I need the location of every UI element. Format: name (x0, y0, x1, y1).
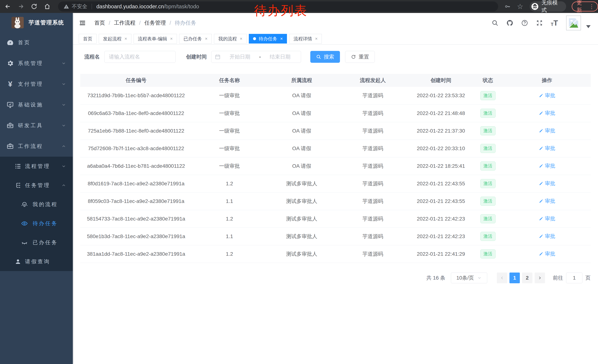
incognito-icon (531, 2, 539, 11)
avatar[interactable] (566, 16, 581, 30)
flow-icon (14, 182, 22, 189)
font-size-icon[interactable] (551, 19, 558, 27)
task-created: 2022-01-22 23:53:32 (409, 87, 473, 105)
task-created: 2022-01-21 22:42:23 (409, 227, 473, 245)
browser-forward-button[interactable] (15, 0, 26, 12)
approve-link[interactable]: 审批 (539, 180, 555, 187)
sidebar-item-leave-query[interactable]: 请假查询 (0, 252, 73, 271)
breadcrumb: 首页 工作流程 任务管理 待办任务 (94, 19, 196, 27)
search-icon[interactable] (491, 19, 498, 26)
prev-page-button[interactable] (497, 273, 507, 283)
refresh-icon (351, 54, 356, 59)
approve-link[interactable]: 审批 (539, 215, 555, 222)
browser-update-button[interactable]: 更新 ⋮ (572, 1, 598, 11)
close-icon[interactable] (280, 36, 283, 41)
close-icon[interactable] (125, 36, 127, 41)
eye-open-icon (21, 220, 28, 227)
col-create-time: 创建时间 (409, 74, 473, 87)
browser-menu-icon[interactable]: ⋮ (589, 3, 594, 10)
url-divider (92, 4, 92, 9)
goto-unit-label: 页 (585, 274, 590, 281)
tab-form-edit[interactable]: 流程表单-编辑 (133, 34, 177, 43)
approve-link[interactable]: 审批 (539, 127, 555, 134)
status-badge: 激活 (480, 109, 496, 118)
approve-link[interactable]: 审批 (539, 145, 555, 152)
security-label[interactable]: 不安全 (72, 3, 87, 10)
update-label[interactable]: 更新 (577, 0, 586, 14)
edit-pencil-icon (539, 216, 544, 221)
table-row: 58154733-7ac8-11ec-a9e2-a2380e71991a 1.2… (80, 210, 591, 227)
url-path: /bpm/task/todo (164, 4, 199, 9)
approve-link[interactable]: 审批 (539, 162, 555, 170)
sidebar-item-todo-tasks[interactable]: 待办任务 (0, 214, 73, 233)
table-row: 381aa1dd-7ac8-11ec-a9e2-a2380e71991a 1.2… (80, 245, 591, 263)
page-size-value: 10条/页 (457, 274, 474, 281)
sidebar-item-home[interactable]: 首页 (0, 32, 73, 53)
sidebar-item-system[interactable]: 系统管理 (0, 53, 73, 74)
approve-link[interactable]: 审批 (539, 233, 555, 240)
breadcrumb-current: 待办任务 (166, 19, 196, 27)
search-icon (316, 54, 321, 59)
help-icon[interactable] (521, 19, 528, 26)
tab-process-detail[interactable]: 流程详情 (289, 34, 322, 43)
reset-button[interactable]: 重置 (345, 51, 375, 63)
breadcrumb-workflow[interactable]: 工作流程 (105, 19, 135, 27)
sidebar-item-payment[interactable]: ¥ 支付管理 (0, 74, 73, 94)
sidebar-item-my-process[interactable]: 我的流程 (0, 195, 73, 214)
tab-home[interactable]: 首页 (79, 34, 97, 43)
task-process: OA 请假 (267, 122, 336, 140)
task-starter: 芋道源码 (336, 210, 409, 227)
sidebar-logo[interactable]: 芋道管理系统 (0, 13, 73, 32)
goto-page-input[interactable] (566, 273, 582, 283)
page-button-1[interactable]: 1 (509, 273, 520, 283)
close-icon[interactable] (170, 36, 173, 41)
sidebar-item-process-management[interactable]: 流程管理 (0, 157, 73, 176)
reload-icon (31, 3, 37, 10)
page-button-2[interactable]: 2 (522, 273, 532, 283)
status-badge: 激活 (480, 162, 496, 170)
approve-link[interactable]: 审批 (539, 110, 555, 117)
sidebar-item-done-tasks[interactable]: 已办任务 (0, 233, 73, 252)
tab-todo-tasks[interactable]: 待办任务 (249, 34, 287, 43)
avatar-dropdown-caret[interactable] (586, 25, 590, 28)
end-date-placeholder[interactable]: 结束日期 (261, 53, 299, 60)
fullscreen-icon[interactable] (536, 19, 543, 26)
approve-link[interactable]: 审批 (539, 198, 555, 205)
browser-reload-button[interactable] (29, 0, 40, 12)
tab-my-process[interactable]: 我的流程 (214, 34, 247, 43)
date-range-picker[interactable]: 开始日期 - 结束日期 (211, 51, 301, 63)
bookmark-star-icon[interactable]: ☆ (517, 2, 523, 11)
process-name-input[interactable] (104, 51, 176, 63)
sidebar-item-infrastructure[interactable]: 基础设施 (0, 94, 73, 115)
edit-pencil-icon (539, 128, 544, 133)
page-size-select[interactable]: 10条/页 (451, 273, 487, 283)
password-key-icon[interactable] (505, 3, 511, 10)
close-icon[interactable] (240, 36, 242, 41)
browser-back-button[interactable] (2, 0, 13, 12)
sidebar-item-label: 工作流程 (18, 143, 43, 150)
approve-link[interactable]: 审批 (539, 250, 555, 257)
active-tab-dot (253, 37, 256, 40)
app-title: 芋道管理系统 (29, 19, 64, 26)
task-starter: 芋道源码 (336, 157, 409, 175)
table-row: 580e1b3d-7ac8-11ec-a9e2-a2380e71991a 1.1… (80, 227, 591, 245)
sidebar-item-workflow[interactable]: 工作流程 (0, 136, 73, 157)
search-button[interactable]: 搜索 (310, 51, 340, 63)
close-icon[interactable] (205, 36, 208, 41)
robot-icon (21, 201, 28, 208)
approve-link[interactable]: 审批 (539, 92, 555, 99)
close-icon[interactable] (315, 36, 317, 41)
sidebar-item-dev-tools[interactable]: 研发工具 (0, 115, 73, 136)
sidebar-item-task-management[interactable]: 任务管理 (0, 176, 73, 195)
next-page-button[interactable] (535, 273, 545, 283)
start-date-placeholder[interactable]: 开始日期 (221, 53, 259, 60)
tab-done-tasks[interactable]: 已办任务 (179, 34, 212, 43)
breadcrumb-home[interactable]: 首页 (94, 19, 105, 27)
github-icon[interactable] (506, 19, 513, 26)
task-name: 一级审批 (192, 87, 267, 105)
tab-start-process[interactable]: 发起流程 (99, 34, 131, 43)
task-id: 8f0d1619-7ac8-11ec-a9e2-a2380e71991a (80, 175, 192, 192)
browser-home-button[interactable] (42, 0, 53, 12)
breadcrumb-task-management[interactable]: 任务管理 (135, 19, 166, 27)
sidebar-collapse-button[interactable] (78, 19, 86, 27)
